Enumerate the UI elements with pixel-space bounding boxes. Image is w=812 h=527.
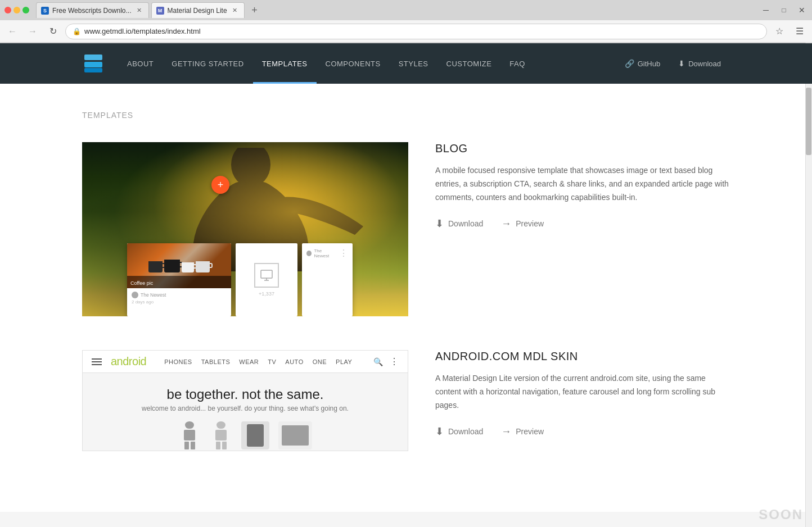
page-title: TEMPLATES (82, 111, 730, 120)
blog-preview: + (82, 142, 408, 316)
bookmark-button[interactable]: ☆ (772, 24, 787, 39)
svg-point-3 (231, 148, 270, 187)
android-nav-one[interactable]: ONE (313, 358, 327, 365)
blog-template-actions: ⬇ Download → Preview (435, 217, 730, 230)
coffee-card: Coffee pic The Newest 2 days ago (127, 243, 231, 316)
blog-download-button[interactable]: ⬇ Download (435, 217, 483, 230)
github-link[interactable]: 🔗 GitHub (616, 43, 669, 84)
android-logo: android (111, 355, 146, 368)
back-button[interactable]: ← (4, 24, 20, 39)
date-label: 2 days ago (132, 299, 227, 305)
nav-item-about[interactable]: ABOUT (118, 43, 163, 84)
android-preview: android PHONES TABLETS WEAR TV AUTO ONE … (82, 350, 408, 451)
android-nav-tablets[interactable]: TABLETS (201, 358, 231, 365)
reload-button[interactable]: ↻ (45, 24, 61, 39)
android-nav-actions: 🔍 ⋮ (373, 356, 399, 367)
figure-tablet (278, 421, 312, 449)
android-download-label: Download (448, 427, 483, 436)
svg-rect-1 (84, 62, 102, 67)
android-nav-links: PHONES TABLETS WEAR TV AUTO ONE PLAY (164, 358, 352, 365)
scroll-thumb[interactable] (806, 88, 811, 155)
android-preview-arrow-icon: → (501, 426, 511, 438)
template-section-android: android PHONES TABLETS WEAR TV AUTO ONE … (82, 350, 730, 451)
coffee-pic-label: Coffee pic (130, 280, 153, 286)
address-bar[interactable]: 🔒 www.getmdl.io/templates/index.html (65, 24, 767, 39)
tab-label-2: Material Design Lite (168, 7, 227, 15)
download-icon: ⬇ (435, 217, 444, 230)
android-download-icon: ⬇ (435, 425, 444, 438)
android-template-actions: ⬇ Download → Preview (435, 425, 730, 438)
forward-button[interactable]: → (25, 24, 40, 39)
android-nav-bar: android PHONES TABLETS WEAR TV AUTO ONE … (83, 351, 408, 373)
blog-preview-button[interactable]: → Preview (501, 217, 544, 230)
android-hero: be together. not the same. welcome to an… (83, 373, 408, 451)
browser-nav-bar: ← → ↻ 🔒 www.getmdl.io/templates/index.ht… (0, 20, 812, 43)
third-card-label: The Newest (314, 248, 337, 258)
browser-tab-2[interactable]: M Material Design Lite ✕ (151, 2, 245, 18)
figure-2 (210, 421, 232, 449)
header-download-label: Download (688, 60, 721, 68)
coffee-card-info: The Newest 2 days ago (127, 288, 231, 308)
android-preview-button[interactable]: → Preview (501, 425, 544, 438)
android-nav-auto[interactable]: AUTO (285, 358, 303, 365)
android-nav-tv[interactable]: TV (268, 358, 276, 365)
android-template-info: ANDROID.COM MDL SKIN A Material Design L… (435, 350, 730, 438)
blog-preview-label: Preview (516, 219, 544, 228)
browser-chrome: S Free Webscripts Downlo... ✕ M Material… (0, 0, 812, 43)
download-icon: ⬇ (678, 59, 685, 68)
svg-rect-2 (84, 68, 102, 72)
android-download-button[interactable]: ⬇ Download (435, 425, 483, 438)
mdl-nav: ABOUT GETTING STARTED TEMPLATES COMPONEN… (118, 43, 730, 84)
browser-scrollbar[interactable] (805, 43, 812, 527)
card-icon (254, 263, 279, 288)
window-minimize[interactable]: ─ (760, 4, 772, 16)
mdl-website: ABOUT GETTING STARTED TEMPLATES COMPONEN… (0, 43, 812, 512)
blog-template-desc: A mobile focused responsive template tha… (435, 164, 730, 204)
mdl-logo[interactable] (82, 52, 105, 75)
link-icon: 🔗 (625, 59, 634, 68)
android-hero-subtitle: welcome to android... be yourself. do yo… (142, 405, 349, 412)
nav-item-getting-started[interactable]: GETTING STARTED (163, 43, 252, 84)
nav-item-styles[interactable]: STYLES (390, 43, 437, 84)
header-download-link[interactable]: ⬇ Download (669, 43, 730, 84)
nav-item-components[interactable]: COMPONENTS (317, 43, 390, 84)
nav-item-templates[interactable]: TEMPLATES (253, 43, 317, 84)
blog-download-label: Download (448, 219, 483, 228)
figure-1 (178, 421, 201, 449)
browser-title-bar: S Free Webscripts Downlo... ✕ M Material… (0, 0, 812, 20)
window-close[interactable]: ✕ (796, 4, 808, 16)
newest-label: The Newest (141, 292, 166, 298)
android-hamburger[interactable] (92, 358, 102, 365)
coffee-image: Coffee pic (127, 243, 231, 288)
menu-button[interactable]: ☰ (792, 24, 808, 39)
github-label: GitHub (638, 60, 660, 68)
nav-item-faq[interactable]: FAQ (500, 43, 534, 84)
android-hero-title: be together. not the same. (167, 387, 324, 402)
android-nav-wear[interactable]: WEAR (239, 358, 259, 365)
android-figures-row (178, 421, 312, 449)
template-section-blog: + (82, 142, 730, 316)
preview-arrow-icon: → (501, 218, 511, 230)
blog-template-info: BLOG A mobile focused responsive templat… (435, 142, 730, 230)
mdl-header: ABOUT GETTING STARTED TEMPLATES COMPONEN… (0, 43, 812, 84)
android-template-name: ANDROID.COM MDL SKIN (435, 350, 730, 363)
card-count: +1,337 (259, 291, 274, 297)
svg-rect-4 (261, 270, 272, 278)
android-template-desc: A Material Design Lite version of the cu… (435, 372, 730, 412)
fab-button[interactable]: + (211, 176, 229, 194)
page-content: TEMPLATES (69, 84, 743, 512)
tab-favicon-2: M (156, 7, 164, 15)
window-maximize[interactable]: □ (778, 4, 790, 16)
new-tab-button[interactable]: + (247, 2, 263, 18)
nav-item-customize[interactable]: CUSTOMIZE (437, 43, 501, 84)
tab-close-1[interactable]: ✕ (135, 6, 144, 15)
blog-overlay-cards: Coffee pic The Newest 2 days ago (127, 243, 408, 316)
android-nav-play[interactable]: PLAY (336, 358, 352, 365)
browser-tab-1[interactable]: S Free Webscripts Downlo... ✕ (36, 2, 149, 18)
tab-close-2[interactable]: ✕ (231, 6, 240, 15)
svg-rect-0 (84, 54, 102, 60)
android-search-icon[interactable]: 🔍 (373, 357, 383, 366)
android-more-icon[interactable]: ⋮ (390, 356, 399, 367)
android-nav-phones[interactable]: PHONES (164, 358, 192, 365)
tab-label-1: Free Webscripts Downlo... (52, 7, 132, 15)
